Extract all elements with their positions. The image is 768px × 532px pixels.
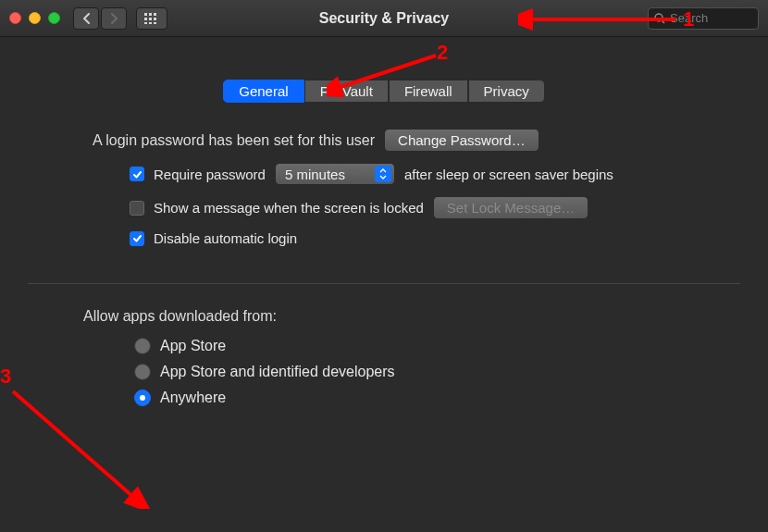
disable-auto-login-checkbox[interactable] xyxy=(130,231,144,246)
svg-rect-0 xyxy=(144,13,147,16)
require-password-checkbox[interactable] xyxy=(130,167,144,181)
titlebar: Security & Privacy Search xyxy=(0,0,768,37)
svg-rect-6 xyxy=(144,22,147,24)
tab-firewall[interactable]: Firewall xyxy=(389,80,468,103)
radio-label: Anywhere xyxy=(160,390,226,406)
svg-line-13 xyxy=(13,391,133,497)
require-password-delay-value: 5 minutes xyxy=(285,167,345,182)
forward-button[interactable] xyxy=(101,7,127,30)
svg-rect-1 xyxy=(149,13,152,16)
nav-buttons xyxy=(73,7,127,30)
grid-icon xyxy=(144,13,159,24)
back-button[interactable] xyxy=(73,7,99,30)
search-input[interactable]: Search xyxy=(648,7,759,30)
svg-rect-5 xyxy=(154,18,156,20)
radio-anywhere[interactable]: Anywhere xyxy=(134,390,740,406)
svg-rect-3 xyxy=(144,18,147,20)
annotation-number-1: 1 xyxy=(683,7,694,31)
change-password-button[interactable]: Change Password… xyxy=(384,129,539,152)
require-password-delay-select[interactable]: 5 minutes xyxy=(275,163,395,185)
svg-line-10 xyxy=(662,20,664,23)
radio-icon xyxy=(134,338,151,354)
zoom-icon[interactable] xyxy=(48,12,60,24)
login-password-text: A login password has been set for this u… xyxy=(93,132,375,149)
require-password-label-before: Require password xyxy=(154,167,266,182)
annotation-number-2: 2 xyxy=(437,41,448,65)
annotation-number-3: 3 xyxy=(0,365,11,389)
radio-icon xyxy=(134,364,151,380)
login-password-row: A login password has been set for this u… xyxy=(93,129,740,152)
radio-icon xyxy=(134,390,151,406)
tabs: General FileVault Firewall Privacy xyxy=(28,80,740,103)
search-icon xyxy=(654,13,665,24)
show-message-checkbox[interactable] xyxy=(130,201,144,216)
tab-filevault[interactable]: FileVault xyxy=(304,80,389,103)
set-lock-message-button[interactable]: Set Lock Message… xyxy=(433,196,588,219)
content-area: General FileVault Firewall Privacy A log… xyxy=(0,37,768,406)
svg-point-9 xyxy=(655,14,663,21)
close-icon[interactable] xyxy=(9,12,21,24)
check-icon xyxy=(132,233,142,243)
show-all-button[interactable] xyxy=(136,7,167,30)
show-message-label: Show a message when the screen is locked xyxy=(154,200,424,216)
svg-rect-8 xyxy=(154,22,156,24)
svg-rect-2 xyxy=(154,13,156,16)
radio-label: App Store xyxy=(160,338,226,354)
require-password-label-after: after sleep or screen saver begins xyxy=(404,167,613,182)
show-message-row: Show a message when the screen is locked… xyxy=(28,196,740,219)
disable-auto-login-label: Disable automatic login xyxy=(154,230,297,246)
disable-auto-login-row: Disable automatic login xyxy=(28,230,740,246)
radio-app-store[interactable]: App Store xyxy=(134,338,740,354)
radio-app-store-identified[interactable]: App Store and identified developers xyxy=(134,364,740,380)
check-icon xyxy=(132,169,142,179)
allow-apps-label: Allow apps downloaded from: xyxy=(83,308,740,325)
tab-general[interactable]: General xyxy=(223,80,303,103)
svg-rect-7 xyxy=(149,22,152,24)
allow-apps-radio-group: App Store App Store and identified devel… xyxy=(134,338,740,406)
minimize-icon[interactable] xyxy=(29,12,41,24)
divider xyxy=(28,283,740,284)
require-password-row: Require password 5 minutes after sleep o… xyxy=(28,163,740,185)
window-controls xyxy=(9,12,60,24)
radio-label: App Store and identified developers xyxy=(160,364,395,380)
tab-privacy[interactable]: Privacy xyxy=(468,80,545,103)
svg-rect-4 xyxy=(149,18,152,20)
select-stepper-icon xyxy=(375,166,391,182)
